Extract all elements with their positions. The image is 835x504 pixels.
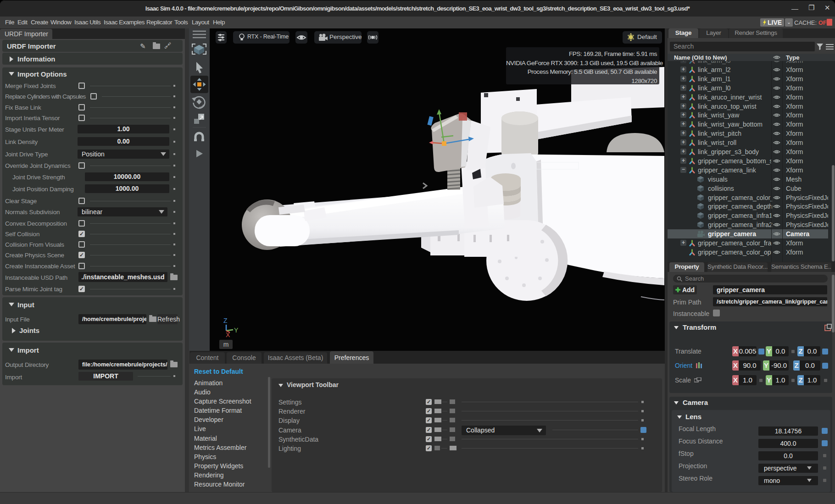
svg-text:Y: Y: [234, 327, 239, 334]
svg-text:Z: Z: [223, 317, 228, 324]
svg-text:X: X: [226, 331, 230, 338]
